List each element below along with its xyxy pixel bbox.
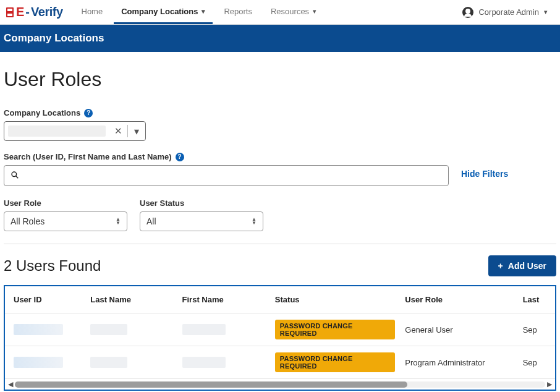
nav-items: Home Company Locations ▾ Reports Resourc… [74, 0, 325, 24]
horizontal-scrollbar[interactable]: ◀ ▶ [5, 378, 555, 390]
nav-home-label: Home [82, 7, 103, 16]
table-header-row: User ID Last Name First Name Status User… [5, 286, 555, 313]
user-role-value: Program Administrator [405, 358, 485, 367]
company-locations-value [8, 126, 106, 137]
scrollbar-thumb[interactable] [15, 381, 407, 388]
scroll-right-icon[interactable]: ▶ [545, 380, 554, 388]
col-status[interactable]: Status [270, 286, 400, 313]
page-title: User Roles [4, 68, 556, 91]
company-locations-label-row: Company Locations ? [4, 108, 556, 117]
scrollbar-track[interactable] [15, 381, 545, 388]
nav-company-locations-label: Company Locations [121, 7, 198, 16]
users-table: User ID Last Name First Name Status User… [5, 286, 555, 378]
help-icon[interactable]: ? [84, 109, 93, 117]
chevron-down-icon: ▾ [313, 7, 316, 15]
search-input-container [4, 165, 449, 186]
nav-resources-label: Resources [271, 7, 309, 16]
col-last-name[interactable]: Last Name [85, 286, 177, 313]
select-stepper-icon: ▲▼ [252, 218, 257, 225]
nav-home[interactable]: Home [74, 0, 111, 24]
search-label-row: Search (User ID, First Name and Last Nam… [4, 152, 556, 161]
help-icon[interactable]: ? [176, 153, 184, 161]
brand-verify: Verify [31, 5, 62, 19]
search-field: Search (User ID, First Name and Last Nam… [4, 152, 556, 186]
user-status-filter: User Status All ▲▼ [140, 198, 263, 231]
chevron-down-icon: ▾ [202, 7, 205, 15]
search-row: Hide Filters [4, 165, 556, 186]
table-scroll: User ID Last Name First Name Status User… [5, 286, 555, 378]
first-name-value [182, 324, 226, 335]
users-table-container: User ID Last Name First Name Status User… [4, 285, 556, 391]
user-status-label: User Status [140, 198, 263, 208]
user-menu[interactable]: Corporate Admin ▾ [462, 7, 555, 18]
section-header: Company Locations [0, 25, 560, 52]
status-badge: PASSWORD CHANGE REQUIRED [275, 320, 395, 339]
company-locations-combo[interactable]: ✕ ▾ [4, 121, 146, 141]
svg-line-1 [16, 176, 19, 178]
col-last[interactable]: Last [518, 286, 555, 313]
chevron-down-icon: ▾ [544, 8, 548, 16]
search-input[interactable] [24, 171, 442, 181]
nav-company-locations[interactable]: Company Locations ▾ [114, 0, 213, 24]
last-value: Sep [523, 358, 537, 367]
user-status-select[interactable]: All ▲▼ [140, 211, 263, 231]
user-avatar-icon [462, 7, 473, 18]
user-id-value [14, 357, 63, 368]
section-header-title: Company Locations [4, 32, 104, 45]
col-first-name[interactable]: First Name [177, 286, 270, 313]
user-role-select[interactable]: All Roles ▲▼ [4, 211, 127, 231]
company-locations-field: Company Locations ? ✕ ▾ [4, 108, 556, 141]
select-stepper-icon: ▲▼ [116, 218, 121, 225]
results-header: 2 Users Found + Add User [4, 255, 556, 276]
user-role-filter: User Role All Roles ▲▼ [4, 198, 127, 231]
brand-e: E [16, 5, 24, 19]
top-nav: E - Verify Home Company Locations ▾ Repo… [0, 0, 560, 25]
brand-logo[interactable]: E - Verify [6, 5, 63, 19]
user-status-value: All [146, 216, 156, 226]
last-name-value [90, 324, 127, 335]
clear-icon[interactable]: ✕ [109, 126, 127, 137]
divider [4, 244, 556, 244]
table-row[interactable]: PASSWORD CHANGE REQUIRED General User Se… [5, 313, 555, 346]
filters-row: User Role All Roles ▲▼ User Status All ▲… [4, 198, 556, 231]
hide-filters-link[interactable]: Hide Filters [461, 169, 508, 179]
flag-icon [6, 7, 14, 17]
search-label: Search (User ID, First Name and Last Nam… [4, 152, 172, 161]
table-row[interactable]: PASSWORD CHANGE REQUIRED Program Adminis… [5, 346, 555, 379]
brand-dash: - [25, 5, 30, 19]
plus-icon: + [498, 261, 503, 271]
search-icon [11, 171, 19, 181]
user-role-label: User Role [4, 198, 127, 208]
nav-reports[interactable]: Reports [216, 0, 260, 24]
first-name-value [182, 357, 226, 368]
user-role-value: General User [405, 325, 452, 334]
nav-reports-label: Reports [224, 7, 252, 16]
main-content: User Roles Company Locations ? ✕ ▾ Searc… [0, 52, 560, 391]
col-user-id[interactable]: User ID [5, 286, 85, 313]
col-user-role[interactable]: User Role [400, 286, 517, 313]
add-user-button[interactable]: + Add User [488, 255, 556, 276]
last-value: Sep [523, 325, 537, 334]
user-id-value [14, 324, 63, 335]
user-role-value: All Roles [11, 216, 45, 226]
scroll-left-icon[interactable]: ◀ [6, 380, 15, 388]
nav-resources[interactable]: Resources ▾ [263, 0, 324, 24]
results-count: 2 Users Found [4, 257, 101, 275]
last-name-value [90, 357, 127, 368]
chevron-down-icon[interactable]: ▾ [128, 126, 145, 137]
add-user-label: Add User [508, 261, 546, 271]
company-locations-label: Company Locations [4, 108, 80, 117]
svg-point-0 [12, 172, 17, 177]
user-menu-label: Corporate Admin [478, 7, 539, 17]
status-badge: PASSWORD CHANGE REQUIRED [275, 352, 395, 372]
